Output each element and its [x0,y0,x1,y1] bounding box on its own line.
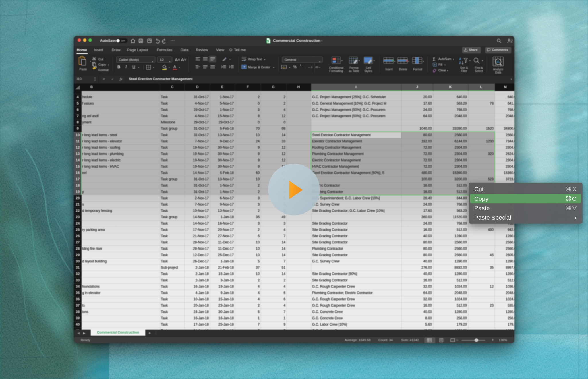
svg-text:A: A [459,57,461,61]
svg-text:.00→: .00→ [315,66,320,69]
svg-text:←.0: ←.0 [308,66,313,69]
svg-text:Z: Z [459,61,461,65]
svg-text:X: X [267,40,268,42]
